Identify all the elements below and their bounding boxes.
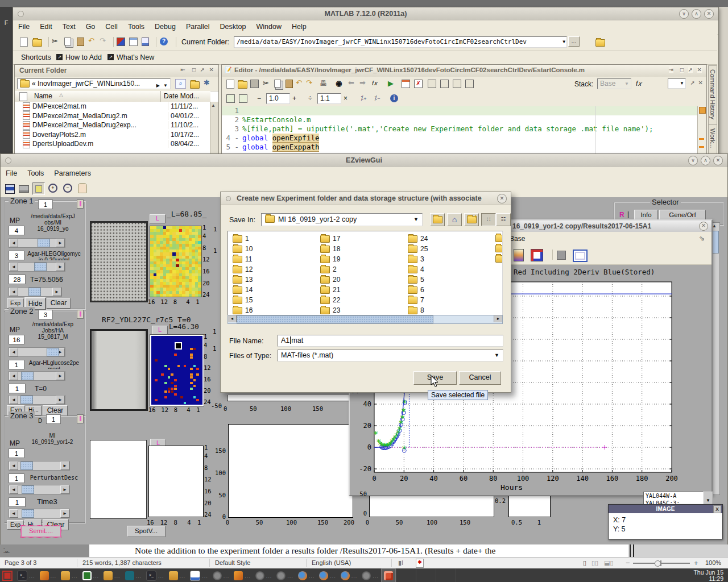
fx-find-icon[interactable]: f𝑥 (636, 80, 642, 88)
folder-item-18[interactable]: 18 (320, 245, 340, 253)
menu-help[interactable]: Help (287, 20, 312, 32)
redo-icon[interactable]: ↷ (100, 37, 106, 45)
menu-parameters[interactable]: Parameters (49, 167, 96, 179)
folder-item-17[interactable]: 17 (320, 235, 340, 243)
folder-item-1[interactable]: 1 (233, 235, 249, 243)
zone-1-time-field[interactable] (9, 275, 26, 284)
window-menu-icon[interactable] (226, 196, 231, 201)
close-file-icon[interactable]: ✗ (414, 80, 423, 88)
frame-icon[interactable] (573, 250, 588, 262)
taskbar-item-folder[interactable]: ... (59, 569, 80, 582)
folder-item-12[interactable]: 12 (233, 265, 253, 273)
shortcut-new-icon[interactable]: ↗ (107, 54, 114, 60)
col-date[interactable]: Date Mod... (164, 92, 199, 100)
multi-page-view-icon[interactable]: ▯▯ (592, 559, 598, 567)
taskbar-item-firefox[interactable]: ... (296, 569, 317, 582)
cut-icon[interactable]: ✂ (263, 80, 269, 88)
folder-item-partial[interactable] (495, 235, 503, 242)
maximize-panel-icon[interactable]: □ (192, 66, 196, 73)
zone-3-time-slider[interactable]: ◄► (9, 509, 70, 518)
zone-1-number-field[interactable] (38, 199, 53, 209)
zone-2-mp-field[interactable] (9, 335, 24, 344)
minimize-button[interactable]: ∨ (688, 156, 698, 165)
close-button[interactable]: ✕ (704, 9, 714, 19)
help-icon[interactable]: ? (160, 38, 168, 45)
breadcrumb[interactable]: « InovImager_jwrCF_WINLinx150... (32, 80, 140, 88)
expand-icon[interactable]: ⇘ (699, 234, 705, 242)
zone-1-toggle-button[interactable] (77, 199, 84, 209)
open-file-icon[interactable] (238, 81, 247, 89)
col-name[interactable]: Name (34, 92, 52, 100)
taskbar-item-folder[interactable]: ... (167, 569, 188, 582)
indent-icon[interactable] (453, 80, 461, 88)
files-of-type-combo[interactable]: MAT-files (*.mat) ▼ (278, 350, 503, 361)
single-page-view-icon[interactable]: ▯ (583, 559, 586, 567)
edit-plot-icon[interactable] (32, 182, 45, 195)
unsaved-changes-icon[interactable]: ✱ (416, 559, 424, 568)
paste-icon[interactable] (286, 80, 293, 88)
zoom-in-button[interactable]: + (694, 559, 698, 567)
next-cell-icon[interactable] (239, 94, 247, 103)
insert-cell-icon[interactable] (226, 94, 235, 103)
taskbar-item-matlab[interactable]: ... (38, 569, 59, 582)
hscrollbar-thumb[interactable] (237, 315, 433, 323)
print-icon[interactable]: 🖶 (320, 80, 327, 88)
cut-icon[interactable]: ✂ (52, 38, 58, 45)
zoom-out-button[interactable]: − (626, 559, 630, 567)
image-window-titlebar[interactable]: IMAGE X (609, 505, 722, 513)
zone-1-heatmap[interactable] (150, 226, 202, 297)
undock-icon[interactable]: ➚ (690, 80, 695, 86)
zoom-out-icon[interactable]: − (63, 184, 72, 193)
folder-item-24[interactable]: 24 (408, 235, 428, 243)
paragraph-style[interactable]: Default Style (215, 559, 250, 566)
undock-icon[interactable]: ➚ (688, 66, 693, 73)
close-button[interactable]: ✕ (497, 194, 507, 203)
folder-item-15[interactable]: 15 (233, 296, 253, 304)
home-button[interactable]: ⌂ (447, 213, 462, 226)
file-row[interactable]: DMPexcel2mat.m11/11/2... (15, 102, 210, 111)
menu-desktop[interactable]: Desktop (215, 20, 251, 32)
folder-item-22[interactable]: 22 (320, 296, 340, 304)
dialog-titlebar[interactable]: Create new Experiment folder and data st… (221, 192, 511, 205)
colormap-icon[interactable] (514, 249, 524, 261)
new-folder-button[interactable]: ✦ (464, 213, 479, 226)
folder-item-partial[interactable] (495, 245, 503, 252)
close-panel-icon[interactable]: ✕ (209, 66, 214, 73)
taskbar-item-writer[interactable]: ... (188, 569, 210, 582)
folder-item-16[interactable]: 16 (233, 306, 253, 314)
code-line[interactable]: 3%[file,path] = uiputfile('.mat','Create… (222, 124, 698, 134)
taskbar-item-firefox[interactable]: ... (317, 569, 338, 582)
folder-item-3[interactable]: 3 (408, 255, 424, 263)
stack-combo[interactable]: Base ▼ (597, 78, 631, 89)
shortcut-whats-new[interactable]: What's New (117, 53, 154, 61)
legend-icon[interactable] (531, 249, 543, 261)
publish-icon[interactable] (402, 80, 410, 88)
zone-1-media-field[interactable] (9, 251, 24, 260)
folder-item-2[interactable]: 2 (320, 265, 337, 273)
taskbar-item-media-app[interactable]: ... (123, 569, 144, 582)
folder-item-25[interactable]: 25 (408, 245, 428, 253)
zoom-percent[interactable]: 100% (705, 559, 721, 566)
folder-list-hscrollbar[interactable]: ◄ ► (228, 315, 503, 324)
dock-icon[interactable]: ⇥ (669, 66, 673, 73)
zone-1-time-slider[interactable]: ◄► (9, 287, 62, 297)
zone-2-media-field[interactable] (9, 360, 24, 369)
divide-button[interactable]: ÷ (308, 94, 312, 102)
folder-item-7[interactable]: 7 (408, 296, 424, 304)
file-row[interactable]: DMPexcel2mat_MediaDrug2exp...11/10/2... (15, 120, 210, 130)
menu-cell[interactable]: Cell (100, 20, 123, 32)
cell-prev-icon[interactable] (428, 80, 436, 88)
menu-go[interactable]: Go (81, 20, 101, 32)
ezview-titlebar[interactable]: EZviewGui ∨ ∧ ✕ (1, 154, 727, 168)
zone-1-l-button[interactable]: L (150, 214, 166, 223)
info-icon[interactable]: i (390, 94, 398, 102)
editor-header[interactable]: 📝 Editor - /media/data/EASY/InovImager_j… (222, 65, 706, 77)
taskbar-item-workspace-grid[interactable] (0, 569, 15, 582)
file-row[interactable]: DoverlayPlots2.m10/17/2... (15, 130, 210, 140)
shortcut-how-to-add[interactable]: How to Add (65, 53, 102, 61)
zone-2-l-button[interactable]: L (152, 326, 168, 335)
pan-hand-icon[interactable] (78, 183, 87, 193)
fx-icon[interactable]: f𝑥 (372, 80, 377, 87)
combo-arrow-icon[interactable]: ▼ (494, 350, 499, 361)
folder-item-21[interactable]: 21 (320, 286, 340, 294)
